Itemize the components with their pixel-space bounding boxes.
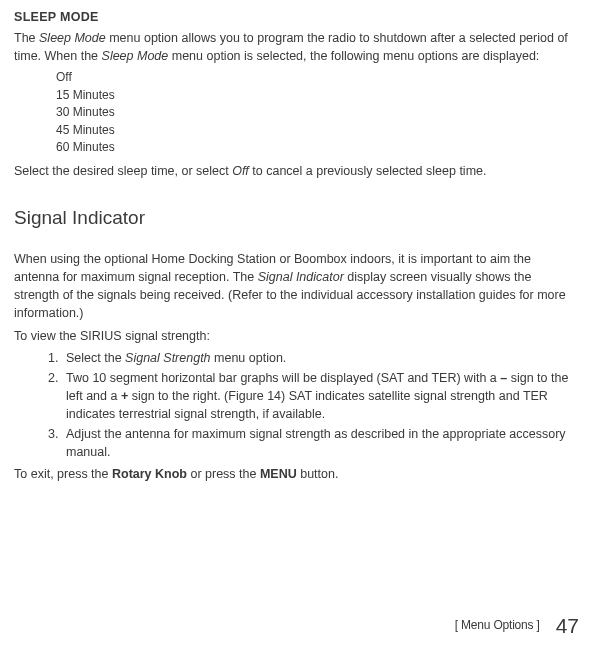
bracket-close: ] (537, 618, 540, 632)
signal-strength-italic: Signal Strength (125, 351, 210, 365)
list-number: 1. (48, 349, 66, 367)
text: or press the (187, 467, 260, 481)
sleep-mode-paragraph-1: The Sleep Mode menu option allows you to… (14, 29, 579, 65)
footer-bracket: [ Menu Options ] (455, 617, 540, 634)
page-footer: [ Menu Options ] 47 (455, 611, 579, 641)
option-15: 15 Minutes (56, 87, 579, 104)
text: To exit, press the (14, 467, 112, 481)
option-off: Off (56, 69, 579, 86)
signal-paragraph-1: When using the optional Home Docking Sta… (14, 250, 579, 323)
signal-indicator-heading: Signal Indicator (14, 204, 579, 232)
sleep-mode-italic-1: Sleep Mode (39, 31, 106, 45)
text: button. (297, 467, 339, 481)
sleep-options-list: Off 15 Minutes 30 Minutes 45 Minutes 60 … (56, 69, 579, 156)
text: The (14, 31, 39, 45)
text: sign to the right. (Figure 14) SAT indic… (66, 389, 548, 421)
list-content: Two 10 segment horizontal bar graphs wil… (66, 369, 579, 423)
list-item: 2. Two 10 segment horizontal bar graphs … (48, 369, 579, 423)
sleep-mode-paragraph-2: Select the desired sleep time, or select… (14, 162, 579, 180)
signal-steps-list: 1. Select the Signal Strength menu optio… (48, 349, 579, 462)
signal-indicator-italic: Signal Indicator (258, 270, 344, 284)
off-italic: Off (232, 164, 249, 178)
list-content: Select the Signal Strength menu option. (66, 349, 286, 367)
list-number: 3. (48, 425, 66, 461)
option-30: 30 Minutes (56, 104, 579, 121)
list-item: 1. Select the Signal Strength menu optio… (48, 349, 579, 367)
sleep-mode-italic-2: Sleep Mode (102, 49, 169, 63)
text: menu option is selected, the following m… (168, 49, 539, 63)
footer-label: Menu Options (458, 618, 537, 632)
text: menu option. (211, 351, 287, 365)
rotary-knob-bold: Rotary Knob (112, 467, 187, 481)
option-60: 60 Minutes (56, 139, 579, 156)
page-number: 47 (556, 611, 579, 641)
option-45: 45 Minutes (56, 122, 579, 139)
signal-paragraph-3: To exit, press the Rotary Knob or press … (14, 465, 579, 483)
menu-bold: MENU (260, 467, 297, 481)
text: Two 10 segment horizontal bar graphs wil… (66, 371, 500, 385)
signal-paragraph-2: To view the SIRIUS signal strength: (14, 327, 579, 345)
text: Select the (66, 351, 125, 365)
sleep-mode-title: SLEEP MODE (14, 8, 579, 26)
list-item: 3. Adjust the antenna for maximum signal… (48, 425, 579, 461)
list-number: 2. (48, 369, 66, 423)
text: Select the desired sleep time, or select (14, 164, 232, 178)
list-content: Adjust the antenna for maximum signal st… (66, 425, 579, 461)
text: to cancel a previously selected sleep ti… (249, 164, 487, 178)
